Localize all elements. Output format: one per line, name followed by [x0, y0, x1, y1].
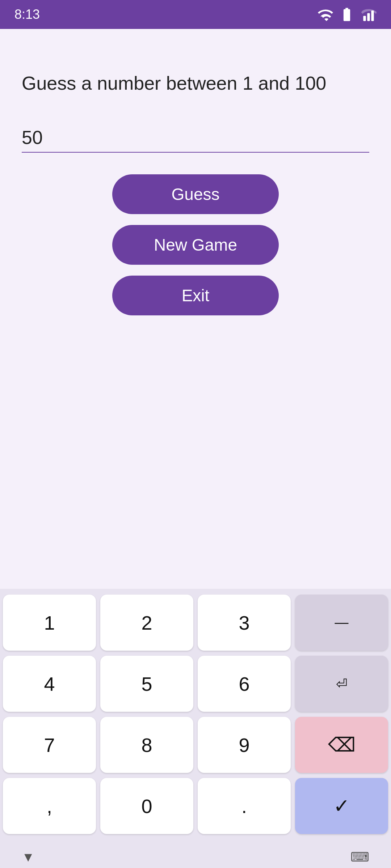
battery-icon [339, 7, 355, 22]
key-2[interactable]: 2 [100, 595, 193, 651]
number-input[interactable] [22, 123, 369, 153]
svg-rect-0 [363, 16, 366, 21]
keyboard-row-4: , 0 . ✓ [3, 778, 388, 834]
status-time: 8:13 [14, 7, 40, 22]
guess-button[interactable]: Guess [112, 174, 279, 214]
key-dash[interactable]: — [295, 595, 388, 651]
exit-button[interactable]: Exit [112, 276, 279, 315]
status-icons [317, 7, 377, 22]
status-bar: 8:13 [0, 0, 391, 29]
key-6[interactable]: 6 [198, 656, 291, 712]
bottom-bar: ▼ ⌨ [0, 846, 391, 868]
key-1[interactable]: 1 [3, 595, 96, 651]
key-7[interactable]: 7 [3, 717, 96, 773]
key-backspace[interactable]: ⌫ [295, 717, 388, 773]
keyboard-row-3: 7 8 9 ⌫ [3, 717, 388, 773]
keyboard-row-2: 4 5 6 ⏎ [3, 656, 388, 712]
key-period[interactable]: . [198, 778, 291, 834]
new-game-button[interactable]: New Game [112, 225, 279, 265]
key-5[interactable]: 5 [100, 656, 193, 712]
main-content: Guess a number between 1 and 100 Guess N… [0, 29, 391, 600]
buttons-container: Guess New Game Exit [22, 174, 369, 315]
keyboard-area: 1 2 3 — 4 5 6 ⏎ 7 8 9 ⌫ , 0 . ✓ [0, 589, 391, 846]
key-4[interactable]: 4 [3, 656, 96, 712]
key-comma[interactable]: , [3, 778, 96, 834]
prompt-text: Guess a number between 1 and 100 [22, 72, 369, 94]
key-3[interactable]: 3 [198, 595, 291, 651]
key-0[interactable]: 0 [100, 778, 193, 834]
svg-rect-2 [371, 10, 374, 21]
key-return[interactable]: ⏎ [295, 656, 388, 712]
collapse-keyboard-icon[interactable]: ▼ [22, 850, 35, 865]
key-enter[interactable]: ✓ [295, 778, 388, 834]
key-9[interactable]: 9 [198, 717, 291, 773]
svg-rect-1 [367, 13, 370, 21]
signal-icon [361, 7, 377, 22]
wifi-icon [317, 7, 333, 22]
keyboard-row-1: 1 2 3 — [3, 595, 388, 651]
keyboard-switch-icon[interactable]: ⌨ [350, 850, 369, 865]
key-8[interactable]: 8 [100, 717, 193, 773]
